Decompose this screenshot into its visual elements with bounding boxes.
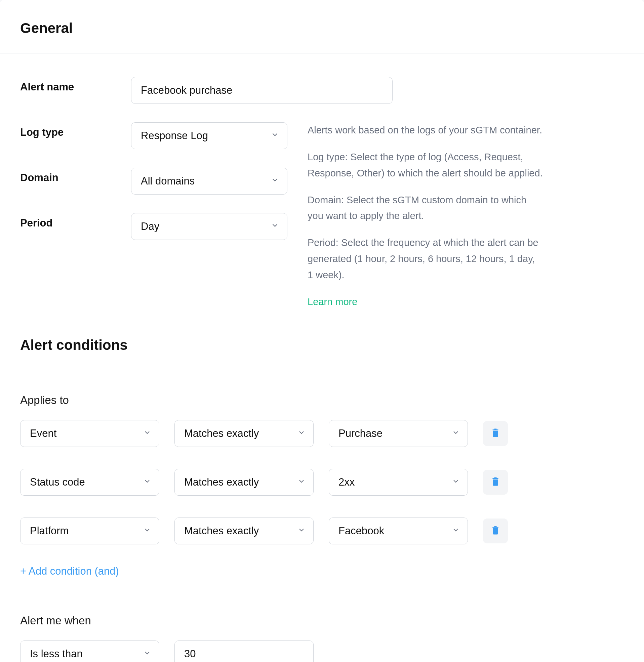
period-select[interactable]: Day <box>131 213 288 240</box>
trash-icon <box>490 476 501 488</box>
condition-op-select[interactable]: Matches exactly <box>175 420 314 447</box>
alert-me-when-label: Alert me when <box>20 614 624 627</box>
delete-condition-button[interactable] <box>483 470 508 495</box>
learn-more-link[interactable]: Learn more <box>307 297 357 307</box>
condition-value-select[interactable]: 2xx <box>329 469 468 496</box>
add-condition-button[interactable]: + Add condition (and) <box>20 565 119 577</box>
delete-condition-button[interactable] <box>483 519 508 543</box>
alert-name-label: Alert name <box>20 77 121 93</box>
alert-value-input[interactable] <box>175 640 314 662</box>
condition-field-value: Platform <box>30 525 69 537</box>
condition-value: Facebook <box>339 525 384 537</box>
period-value: Day <box>141 220 159 233</box>
condition-value-select[interactable]: Facebook <box>329 518 468 544</box>
applies-to-label: Applies to <box>20 394 624 407</box>
help-p2: Log type: Select the type of log (Access… <box>307 149 543 182</box>
domain-label: Domain <box>20 168 121 184</box>
svg-rect-0 <box>492 429 499 430</box>
condition-op-select[interactable]: Matches exactly <box>175 518 314 544</box>
condition-op-value: Matches exactly <box>184 476 259 488</box>
period-label: Period <box>20 213 121 229</box>
condition-value: Purchase <box>339 427 383 440</box>
svg-rect-2 <box>492 478 499 479</box>
help-p1: Alerts work based on the logs of your sG… <box>307 122 543 138</box>
condition-row: Status code Matches exactly 2xx <box>20 469 624 496</box>
alert-name-input[interactable] <box>131 77 393 104</box>
condition-value-select[interactable]: Purchase <box>329 420 468 447</box>
log-type-label: Log type <box>20 122 121 138</box>
condition-field-value: Event <box>30 427 56 440</box>
delete-condition-button[interactable] <box>483 421 508 446</box>
condition-row: Event Matches exactly Purchase <box>20 420 624 447</box>
condition-row: Platform Matches exactly Facebook <box>20 518 624 544</box>
condition-field-select[interactable]: Platform <box>20 518 159 544</box>
general-title: General <box>20 20 624 36</box>
alert-op-select[interactable]: Is less than <box>20 640 159 662</box>
condition-op-value: Matches exactly <box>184 427 259 440</box>
condition-op-select[interactable]: Matches exactly <box>175 469 314 496</box>
condition-field-select[interactable]: Status code <box>20 469 159 496</box>
alert-op-value: Is less than <box>30 648 83 660</box>
condition-op-value: Matches exactly <box>184 525 259 537</box>
svg-rect-3 <box>494 477 497 478</box>
log-type-value: Response Log <box>141 130 208 142</box>
condition-field-value: Status code <box>30 476 85 488</box>
domain-value: All domains <box>141 175 194 187</box>
help-text: Alerts work based on the logs of your sG… <box>307 122 543 310</box>
trash-icon <box>490 428 501 439</box>
log-type-select[interactable]: Response Log <box>131 122 288 149</box>
conditions-title: Alert conditions <box>20 337 624 353</box>
condition-value: 2xx <box>339 476 354 488</box>
condition-field-select[interactable]: Event <box>20 420 159 447</box>
trash-icon <box>490 525 501 536</box>
svg-rect-4 <box>492 527 499 528</box>
help-p3: Domain: Select the sGTM custom domain to… <box>307 192 543 224</box>
svg-rect-5 <box>494 526 497 527</box>
help-p4: Period: Select the frequency at which th… <box>307 235 543 283</box>
domain-select[interactable]: All domains <box>131 168 288 194</box>
svg-rect-1 <box>494 429 497 430</box>
